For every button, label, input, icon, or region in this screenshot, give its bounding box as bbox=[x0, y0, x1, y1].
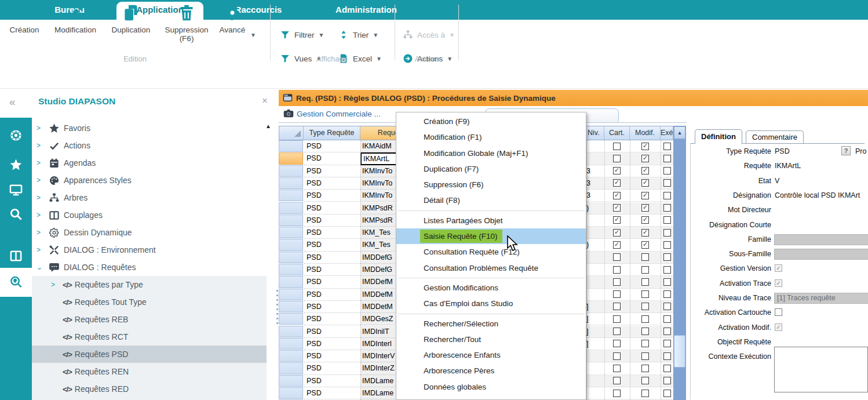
cell-type-requete[interactable]: PSD bbox=[304, 301, 360, 313]
row-selector[interactable] bbox=[279, 214, 303, 226]
modification-button[interactable]: Modification bbox=[49, 3, 102, 34]
menu-item-listes-partag-es-objet[interactable]: Listes Partagées Objet bbox=[396, 213, 586, 228]
menu-item-modification-globale-maj-f1-[interactable]: Modification Globale (Maj+F1) bbox=[396, 146, 586, 161]
menu-item-donn-es-globales[interactable]: Données globales bbox=[396, 379, 586, 395]
scroll-up-button[interactable]: ▲ bbox=[674, 126, 685, 139]
checkbox-exe[interactable] bbox=[663, 328, 671, 335]
chevron-icon[interactable]: > bbox=[37, 194, 45, 202]
menu-item-gestion-modifications[interactable]: Gestion Modifications bbox=[396, 280, 586, 296]
context-execution-textarea[interactable] bbox=[774, 347, 868, 392]
checkbox-modif[interactable] bbox=[641, 328, 649, 335]
checkbox-exe[interactable] bbox=[663, 266, 671, 274]
cell-type-requete[interactable]: PSD bbox=[304, 326, 360, 338]
checkbox-cart[interactable] bbox=[613, 352, 621, 360]
checkbox-modif[interactable] bbox=[641, 253, 649, 261]
checkbox-cart[interactable] bbox=[613, 290, 621, 298]
checkbox-modif[interactable] bbox=[641, 390, 649, 397]
row-selector[interactable] bbox=[279, 165, 303, 177]
cell-type-requete[interactable]: PSD bbox=[304, 276, 360, 288]
tree-item-arbres[interactable]: >Arbres bbox=[32, 189, 267, 206]
cell-type-requete[interactable]: PSD bbox=[304, 362, 360, 374]
row-selector[interactable] bbox=[279, 289, 303, 300]
checkbox-exe[interactable] bbox=[663, 155, 671, 162]
checkbox-cart[interactable] bbox=[613, 278, 621, 286]
checkbox-exe[interactable] bbox=[663, 315, 671, 323]
menu-item-consultation-probl-mes-requ-te[interactable]: Consultation Problèmes Requête bbox=[396, 260, 586, 276]
row-selector[interactable] bbox=[279, 239, 303, 250]
checkbox-exe[interactable] bbox=[663, 192, 671, 199]
checkbox-modif[interactable] bbox=[641, 266, 649, 274]
wheel-icon[interactable] bbox=[9, 129, 23, 142]
checkbox-cart[interactable] bbox=[613, 328, 621, 335]
checkbox-modif[interactable]: ✓ bbox=[641, 229, 649, 237]
checkbox-modif[interactable]: ✓ bbox=[641, 155, 649, 162]
chevron-icon[interactable]: ⌄ bbox=[37, 263, 45, 271]
checkbox-cart[interactable]: ✓ bbox=[613, 192, 621, 199]
row-selector[interactable] bbox=[279, 362, 303, 374]
checkbox-modif[interactable]: ✓ bbox=[641, 204, 649, 212]
cell-type-requete[interactable]: PSD bbox=[304, 387, 360, 399]
checkbox-exe[interactable] bbox=[663, 179, 671, 187]
checkbox-modif[interactable]: ✓ bbox=[641, 143, 649, 150]
menu-item-cas-d-emploi-dans-studio[interactable]: Cas d'Emploi dans Studio bbox=[396, 296, 586, 311]
tree-item-favoris[interactable]: >Favoris bbox=[32, 119, 267, 137]
checkbox-cart[interactable] bbox=[613, 253, 621, 261]
vues-button[interactable]: Vues ▼ bbox=[280, 53, 322, 64]
tree-item-dessin-dynamique[interactable]: >Dessin Dynamique bbox=[32, 224, 267, 241]
menu-item-cr-ation-f9-[interactable]: Création (F9) bbox=[396, 114, 586, 129]
select-all-header[interactable] bbox=[279, 126, 304, 140]
checkbox-exe[interactable] bbox=[663, 241, 671, 249]
cell-type-requete[interactable]: PSD bbox=[304, 152, 360, 165]
filtrer-button[interactable]: Filtrer ▼ bbox=[280, 30, 324, 40]
menu-item-rechercher-s-lection[interactable]: Rechercher/Sélection bbox=[396, 316, 586, 332]
menu-item-modification-f1-[interactable]: Modification (F1) bbox=[396, 129, 586, 145]
checkbox-exe[interactable] bbox=[663, 143, 671, 150]
checkbox-cart[interactable] bbox=[613, 155, 621, 162]
checkbox-cart[interactable]: ✓ bbox=[613, 229, 621, 237]
cell-type-requete[interactable]: PSD bbox=[304, 338, 360, 350]
checkbox-modif[interactable] bbox=[641, 278, 649, 286]
checkbox-exe[interactable] bbox=[663, 278, 671, 286]
row-selector[interactable] bbox=[279, 350, 303, 362]
checkbox-modif[interactable]: ✓ bbox=[641, 192, 649, 199]
checkbox-cart[interactable]: ✓ bbox=[613, 179, 621, 187]
chevron-icon[interactable]: > bbox=[37, 246, 45, 254]
tree-item-agendas[interactable]: >Agendas bbox=[32, 154, 267, 172]
checkbox-cart[interactable] bbox=[613, 315, 621, 323]
checkbox-modif[interactable] bbox=[641, 365, 649, 372]
menu-item-arborescence-p-res[interactable]: Arborescence Pères bbox=[396, 363, 586, 379]
checkbox-exe[interactable] bbox=[663, 390, 671, 397]
row-selector[interactable] bbox=[279, 276, 303, 288]
checkbox-modif[interactable] bbox=[641, 340, 649, 347]
checkbox-exe[interactable] bbox=[663, 290, 671, 298]
checkbox-cart[interactable]: ✓ bbox=[613, 216, 621, 224]
checkbox-modif[interactable] bbox=[641, 352, 649, 360]
checkbox-cart[interactable] bbox=[613, 266, 621, 274]
monitor-icon[interactable] bbox=[9, 183, 23, 197]
checkbox-exe[interactable] bbox=[663, 204, 671, 212]
columns-icon[interactable] bbox=[9, 249, 23, 263]
rail-item-active[interactable] bbox=[0, 268, 32, 297]
close-sidebar-icon[interactable]: × bbox=[262, 95, 268, 107]
row-selector[interactable] bbox=[279, 177, 303, 189]
cell-type-requete[interactable]: PSD bbox=[304, 202, 360, 214]
avance-caret-icon[interactable]: ▼ bbox=[250, 32, 256, 38]
cell-type-requete[interactable]: PSD bbox=[304, 190, 360, 202]
tree-item-requ-tes-rct[interactable]: </>Requêtes RCT bbox=[32, 328, 267, 346]
field-input[interactable]: [1] Traces requête bbox=[774, 293, 868, 304]
tree-item-requ-tes-psd[interactable]: </>Requêtes PSD bbox=[32, 346, 267, 363]
menu-item-rechercher-tout[interactable]: Rechercher/Tout bbox=[396, 332, 586, 347]
menu-item-arborescence-enfants[interactable]: Arborescence Enfants bbox=[396, 347, 586, 363]
tab-gestion-commerciale[interactable]: Gestion Commerciale ... bbox=[297, 106, 381, 122]
row-selector[interactable] bbox=[279, 264, 303, 275]
menu-item-suppression-f6-[interactable]: Suppression (F6) bbox=[396, 177, 586, 192]
star-icon[interactable] bbox=[9, 158, 23, 172]
tree-item-actions[interactable]: >Actions bbox=[32, 137, 267, 154]
column-header-niv[interactable]: Niv. bbox=[586, 126, 604, 140]
checkbox-cart[interactable]: ✓ bbox=[613, 167, 621, 174]
checkbox-modif[interactable]: ✓ bbox=[641, 216, 649, 224]
chevron-icon[interactable]: > bbox=[37, 211, 45, 219]
checkbox-cart[interactable] bbox=[613, 143, 621, 150]
column-header-exe[interactable]: Exé bbox=[661, 126, 673, 140]
row-selector[interactable] bbox=[279, 227, 303, 238]
